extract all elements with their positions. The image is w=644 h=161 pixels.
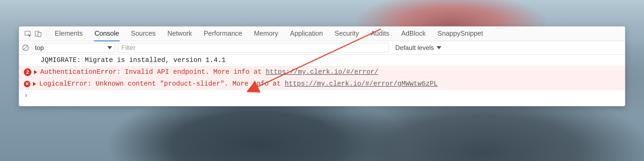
- expand-icon[interactable]: [34, 70, 37, 74]
- error-text: AuthenticationError: Invalid API endpoin…: [40, 68, 266, 76]
- error-icon: ✕: [24, 81, 30, 87]
- error-link[interactable]: https://my.clerk.io/#/error/: [266, 68, 378, 76]
- svg-line-4: [24, 46, 27, 50]
- tab-memory[interactable]: Memory: [253, 26, 279, 41]
- tab-network[interactable]: Network: [167, 26, 193, 41]
- tab-sources[interactable]: Sources: [130, 26, 156, 41]
- tab-snappysnippet[interactable]: SnappySnippet: [437, 26, 484, 41]
- svg-rect-0: [25, 31, 30, 35]
- svg-rect-2: [38, 32, 41, 36]
- divider: [46, 30, 47, 38]
- tab-audits[interactable]: Audits: [370, 26, 390, 41]
- filter-input[interactable]: [118, 43, 389, 53]
- error-text: LogicalError: Unknown content "product-s…: [39, 80, 285, 88]
- panel-tabs: Elements Console Sources Network Perform…: [49, 26, 484, 41]
- tab-application[interactable]: Application: [290, 26, 323, 41]
- tab-performance[interactable]: Performance: [203, 26, 243, 41]
- log-message: LogicalError: Unknown content "product-s…: [39, 80, 438, 88]
- devtools-window: Elements Console Sources Network Perform…: [19, 26, 625, 106]
- context-value: top: [35, 44, 44, 52]
- inspect-element-icon[interactable]: [24, 30, 31, 37]
- log-row[interactable]: JQMIGRATE: Migrate is installed, version…: [19, 54, 625, 66]
- log-message: JQMIGRATE: Migrate is installed, version…: [41, 56, 226, 64]
- log-message: AuthenticationError: Invalid API endpoin…: [40, 68, 378, 76]
- expand-icon[interactable]: [33, 82, 36, 86]
- repeat-count-badge: 2: [24, 68, 31, 76]
- tab-console[interactable]: Console: [94, 26, 120, 41]
- tab-bar-icons: [22, 30, 44, 37]
- context-selector[interactable]: top: [32, 43, 115, 53]
- console-body: JQMIGRATE: Migrate is installed, version…: [19, 54, 625, 106]
- tab-elements[interactable]: Elements: [54, 26, 83, 41]
- tab-bar: Elements Console Sources Network Perform…: [19, 27, 625, 41]
- prompt-chevron-icon: ›: [24, 92, 28, 100]
- error-link[interactable]: https://my.clerk.io/#/error/gMWwtw6zPL: [285, 80, 438, 88]
- tab-security[interactable]: Security: [334, 26, 359, 41]
- clear-console-icon[interactable]: [22, 44, 29, 52]
- levels-label: Default levels: [395, 44, 434, 52]
- console-toolbar: top Default levels: [19, 41, 625, 54]
- log-row[interactable]: ✕ LogicalError: Unknown content "product…: [19, 78, 625, 90]
- device-toolbar-icon[interactable]: [35, 30, 42, 37]
- chevron-down-icon: [437, 46, 441, 49]
- tab-adblock[interactable]: AdBlock: [401, 26, 426, 41]
- chevron-down-icon: [107, 46, 112, 49]
- log-levels-selector[interactable]: Default levels: [391, 44, 441, 52]
- console-prompt[interactable]: ›: [19, 90, 625, 106]
- log-row[interactable]: 2 AuthenticationError: Invalid API endpo…: [19, 66, 625, 78]
